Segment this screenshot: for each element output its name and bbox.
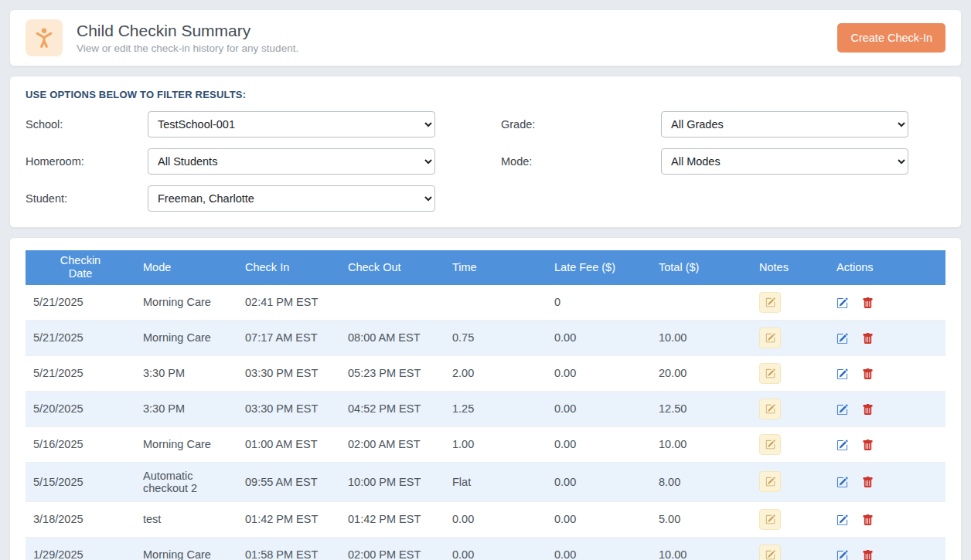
delete-icon[interactable] <box>862 440 874 451</box>
notes-button[interactable] <box>759 471 781 492</box>
notes-button[interactable] <box>759 545 781 560</box>
edit-icon[interactable] <box>836 297 848 309</box>
child-icon <box>32 26 56 49</box>
edit-icon[interactable] <box>836 368 848 380</box>
cell-actions <box>829 462 945 501</box>
filter-school: School: TestSchool-001 <box>26 111 470 137</box>
note-pencil-icon <box>765 333 775 343</box>
cell-check-in: 01:42 PM EST <box>237 501 340 537</box>
cell-check-out: 02:00 AM EST <box>340 426 445 462</box>
cell-check-out: 02:00 PM EST <box>340 537 445 560</box>
grade-select[interactable]: All Grades <box>661 111 908 137</box>
delete-icon[interactable] <box>862 404 874 416</box>
edit-icon[interactable] <box>836 404 848 416</box>
cell-check-in: 01:58 PM EST <box>237 537 340 560</box>
cell-checkin-date: 1/29/2025 <box>26 537 135 560</box>
mode-select[interactable]: All Modes <box>661 148 908 175</box>
create-checkin-button[interactable]: Create Check-In <box>837 23 945 53</box>
note-pencil-icon <box>765 514 775 524</box>
delete-icon[interactable] <box>862 368 874 380</box>
cell-time <box>445 285 547 321</box>
cell-check-in: 07:17 AM EST <box>237 320 340 355</box>
cell-late-fee: 0 <box>547 285 651 321</box>
delete-icon[interactable] <box>862 297 874 309</box>
cell-mode: Morning Care <box>135 285 237 321</box>
cell-time: 2.00 <box>445 355 547 391</box>
cell-notes <box>751 462 829 501</box>
cell-notes <box>751 391 829 426</box>
notes-button[interactable] <box>759 292 781 313</box>
cell-check-in: 09:55 AM EST <box>237 462 340 501</box>
notes-button[interactable] <box>759 363 781 384</box>
cell-checkin-date: 3/18/2025 <box>26 501 135 537</box>
note-pencil-icon <box>765 550 775 560</box>
cell-late-fee: 0.00 <box>547 501 651 537</box>
note-pencil-icon <box>765 477 775 487</box>
note-pencil-icon <box>765 368 775 378</box>
checkin-table: Checkin Date Mode Check In Check Out Tim… <box>26 250 945 560</box>
edit-icon[interactable] <box>836 440 848 451</box>
table-row: 5/16/2025 Morning Care 01:00 AM EST 02:0… <box>26 426 945 462</box>
student-select[interactable]: Freeman, Charlotte <box>148 185 435 212</box>
table-body: 5/21/2025 Morning Care 02:41 PM EST 0 5/… <box>26 285 945 560</box>
cell-mode: Morning Care <box>135 320 237 355</box>
cell-mode: test <box>135 501 237 537</box>
notes-button[interactable] <box>759 328 781 348</box>
col-checkin-date: Checkin Date <box>26 250 135 285</box>
edit-icon[interactable] <box>836 550 848 560</box>
cell-checkin-date: 5/21/2025 <box>26 285 135 321</box>
cell-check-out: 08:00 AM EST <box>340 320 445 355</box>
cell-notes <box>751 501 829 537</box>
homeroom-select[interactable]: All Students <box>148 148 435 175</box>
cell-total: 20.00 <box>651 355 751 391</box>
cell-actions <box>829 537 945 560</box>
cell-checkin-date: 5/20/2025 <box>26 391 135 426</box>
notes-button[interactable] <box>759 434 781 455</box>
cell-actions <box>829 501 945 537</box>
col-check-in: Check In <box>237 250 340 285</box>
cell-time: 1.00 <box>445 426 547 462</box>
table-row: 5/21/2025 3:30 PM 03:30 PM EST 05:23 PM … <box>26 355 945 391</box>
cell-late-fee: 0.00 <box>547 462 651 501</box>
cell-actions <box>829 391 945 426</box>
cell-check-out: 10:00 PM EST <box>340 462 445 501</box>
cell-total <box>651 285 751 321</box>
cell-time: Flat <box>445 462 547 501</box>
cell-actions <box>829 355 945 391</box>
cell-total: 10.00 <box>651 537 751 560</box>
col-mode: Mode <box>135 250 237 285</box>
cell-notes <box>751 537 829 560</box>
cell-time: 0.00 <box>445 501 547 537</box>
cell-notes <box>751 320 829 355</box>
table-header: Checkin Date Mode Check In Check Out Tim… <box>26 250 945 285</box>
student-label: Student: <box>26 192 148 205</box>
cell-time: 0.75 <box>445 320 547 355</box>
edit-icon[interactable] <box>836 514 848 526</box>
cell-check-in: 03:30 PM EST <box>237 391 340 426</box>
filter-mode: Mode: All Modes <box>501 148 945 175</box>
cell-late-fee: 0.00 <box>547 320 651 355</box>
filter-student: Student: Freeman, Charlotte <box>26 185 470 212</box>
school-select[interactable]: TestSchool-001 <box>148 111 435 137</box>
notes-button[interactable] <box>759 399 781 419</box>
cell-check-in: 01:00 AM EST <box>237 426 340 462</box>
table-row: 1/29/2025 Morning Care 01:58 PM EST 02:0… <box>26 537 945 560</box>
delete-icon[interactable] <box>862 550 874 560</box>
delete-icon[interactable] <box>862 333 874 344</box>
edit-icon[interactable] <box>836 477 848 488</box>
cell-late-fee: 0.00 <box>547 537 651 560</box>
cell-check-out: 05:23 PM EST <box>340 355 445 391</box>
cell-total: 5.00 <box>651 501 751 537</box>
table-row: 5/21/2025 Morning Care 07:17 AM EST 08:0… <box>26 320 945 355</box>
table-row: 3/18/2025 test 01:42 PM EST 01:42 PM EST… <box>26 501 945 537</box>
cell-time: 0.00 <box>445 537 547 560</box>
cell-check-in: 02:41 PM EST <box>237 285 340 321</box>
cell-total: 10.00 <box>651 320 751 355</box>
delete-icon[interactable] <box>862 477 874 488</box>
cell-notes <box>751 355 829 391</box>
edit-icon[interactable] <box>836 333 848 344</box>
notes-button[interactable] <box>759 509 781 530</box>
table-row: 5/15/2025 Automatic checkout 2 09:55 AM … <box>26 462 945 501</box>
delete-icon[interactable] <box>862 514 874 526</box>
filter-panel: USE OPTIONS BELOW TO FILTER RESULTS: Sch… <box>9 76 962 228</box>
